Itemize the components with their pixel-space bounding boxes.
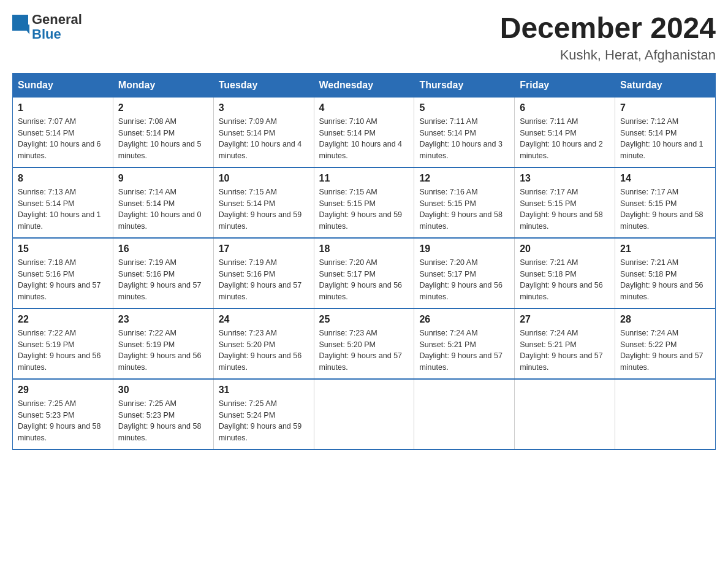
calendar-cell: 13Sunrise: 7:17 AMSunset: 5:15 PMDayligh… <box>515 167 615 238</box>
day-number: 17 <box>219 243 309 255</box>
day-number: 21 <box>620 243 710 255</box>
day-info: Sunrise: 7:20 AMSunset: 5:17 PMDaylight:… <box>419 257 509 303</box>
day-info: Sunrise: 7:10 AMSunset: 5:14 PMDaylight:… <box>319 116 409 162</box>
calendar-cell: 26Sunrise: 7:24 AMSunset: 5:21 PMDayligh… <box>414 308 515 379</box>
logo-icon <box>12 15 31 37</box>
logo-text: General Blue <box>32 12 82 42</box>
day-number: 4 <box>319 102 409 113</box>
day-info: Sunrise: 7:24 AMSunset: 5:21 PMDaylight:… <box>520 327 610 373</box>
day-number: 25 <box>319 314 409 325</box>
calendar-cell: 18Sunrise: 7:20 AMSunset: 5:17 PMDayligh… <box>314 238 414 308</box>
day-info: Sunrise: 7:23 AMSunset: 5:20 PMDaylight:… <box>219 327 309 373</box>
day-number: 14 <box>620 173 710 184</box>
calendar-cell: 23Sunrise: 7:22 AMSunset: 5:19 PMDayligh… <box>113 308 213 379</box>
calendar-cell <box>314 379 414 450</box>
day-info: Sunrise: 7:21 AMSunset: 5:18 PMDaylight:… <box>520 257 610 303</box>
calendar-week-row: 8Sunrise: 7:13 AMSunset: 5:14 PMDaylight… <box>13 167 716 238</box>
header-friday: Friday <box>515 73 615 97</box>
logo-general: General <box>32 12 82 27</box>
calendar-week-row: 22Sunrise: 7:22 AMSunset: 5:19 PMDayligh… <box>13 308 716 379</box>
calendar-week-row: 15Sunrise: 7:18 AMSunset: 5:16 PMDayligh… <box>13 238 716 308</box>
day-info: Sunrise: 7:23 AMSunset: 5:20 PMDaylight:… <box>319 327 409 373</box>
page-header: General Blue December 2024 Kushk, Herat,… <box>12 12 716 63</box>
calendar-cell: 12Sunrise: 7:16 AMSunset: 5:15 PMDayligh… <box>414 167 515 238</box>
day-number: 15 <box>18 243 108 255</box>
header-sunday: Sunday <box>13 73 113 97</box>
day-number: 29 <box>18 385 108 396</box>
day-number: 20 <box>520 243 610 255</box>
calendar-cell: 7Sunrise: 7:12 AMSunset: 5:14 PMDaylight… <box>615 97 716 167</box>
day-number: 16 <box>118 243 208 255</box>
calendar-cell: 8Sunrise: 7:13 AMSunset: 5:14 PMDaylight… <box>13 167 113 238</box>
calendar-cell: 22Sunrise: 7:22 AMSunset: 5:19 PMDayligh… <box>13 308 113 379</box>
calendar-cell: 29Sunrise: 7:25 AMSunset: 5:23 PMDayligh… <box>13 379 113 450</box>
day-number: 26 <box>419 314 509 325</box>
day-number: 24 <box>219 314 309 325</box>
day-info: Sunrise: 7:24 AMSunset: 5:22 PMDaylight:… <box>620 327 710 373</box>
day-info: Sunrise: 7:25 AMSunset: 5:23 PMDaylight:… <box>118 398 208 444</box>
day-number: 22 <box>18 314 108 325</box>
header-thursday: Thursday <box>414 73 515 97</box>
day-info: Sunrise: 7:15 AMSunset: 5:15 PMDaylight:… <box>319 186 409 232</box>
day-number: 7 <box>620 102 710 113</box>
day-info: Sunrise: 7:11 AMSunset: 5:14 PMDaylight:… <box>419 116 509 162</box>
header-saturday: Saturday <box>615 73 716 97</box>
header-wednesday: Wednesday <box>314 73 414 97</box>
title-block: December 2024 Kushk, Herat, Afghanistan <box>500 12 716 63</box>
calendar-week-row: 1Sunrise: 7:07 AMSunset: 5:14 PMDaylight… <box>13 97 716 167</box>
calendar-cell: 30Sunrise: 7:25 AMSunset: 5:23 PMDayligh… <box>113 379 213 450</box>
calendar-cell <box>515 379 615 450</box>
calendar-cell: 17Sunrise: 7:19 AMSunset: 5:16 PMDayligh… <box>213 238 314 308</box>
day-number: 2 <box>118 102 208 113</box>
calendar-cell: 4Sunrise: 7:10 AMSunset: 5:14 PMDaylight… <box>314 97 414 167</box>
day-number: 12 <box>419 173 509 184</box>
calendar-cell: 15Sunrise: 7:18 AMSunset: 5:16 PMDayligh… <box>13 238 113 308</box>
day-number: 30 <box>118 385 208 396</box>
day-info: Sunrise: 7:22 AMSunset: 5:19 PMDaylight:… <box>18 327 108 373</box>
day-info: Sunrise: 7:12 AMSunset: 5:14 PMDaylight:… <box>620 116 710 162</box>
calendar-cell: 21Sunrise: 7:21 AMSunset: 5:18 PMDayligh… <box>615 238 716 308</box>
day-info: Sunrise: 7:25 AMSunset: 5:24 PMDaylight:… <box>219 398 309 444</box>
day-number: 13 <box>520 173 610 184</box>
day-number: 5 <box>419 102 509 113</box>
calendar-table: Sunday Monday Tuesday Wednesday Thursday… <box>12 73 716 450</box>
calendar-cell <box>615 379 716 450</box>
calendar-cell: 16Sunrise: 7:19 AMSunset: 5:16 PMDayligh… <box>113 238 213 308</box>
day-number: 19 <box>419 243 509 255</box>
day-number: 18 <box>319 243 409 255</box>
calendar-cell: 6Sunrise: 7:11 AMSunset: 5:14 PMDaylight… <box>515 97 615 167</box>
day-number: 31 <box>219 385 309 396</box>
calendar-cell: 20Sunrise: 7:21 AMSunset: 5:18 PMDayligh… <box>515 238 615 308</box>
day-info: Sunrise: 7:24 AMSunset: 5:21 PMDaylight:… <box>419 327 509 373</box>
day-number: 6 <box>520 102 610 113</box>
day-info: Sunrise: 7:14 AMSunset: 5:14 PMDaylight:… <box>118 186 208 232</box>
calendar-cell: 19Sunrise: 7:20 AMSunset: 5:17 PMDayligh… <box>414 238 515 308</box>
day-number: 27 <box>520 314 610 325</box>
day-info: Sunrise: 7:22 AMSunset: 5:19 PMDaylight:… <box>118 327 208 373</box>
calendar-cell: 28Sunrise: 7:24 AMSunset: 5:22 PMDayligh… <box>615 308 716 379</box>
day-number: 23 <box>118 314 208 325</box>
header-monday: Monday <box>113 73 213 97</box>
calendar-cell: 11Sunrise: 7:15 AMSunset: 5:15 PMDayligh… <box>314 167 414 238</box>
day-info: Sunrise: 7:17 AMSunset: 5:15 PMDaylight:… <box>620 186 710 232</box>
day-info: Sunrise: 7:07 AMSunset: 5:14 PMDaylight:… <box>18 116 108 162</box>
day-info: Sunrise: 7:11 AMSunset: 5:14 PMDaylight:… <box>520 116 610 162</box>
day-info: Sunrise: 7:25 AMSunset: 5:23 PMDaylight:… <box>18 398 108 444</box>
calendar-cell: 27Sunrise: 7:24 AMSunset: 5:21 PMDayligh… <box>515 308 615 379</box>
calendar-cell: 2Sunrise: 7:08 AMSunset: 5:14 PMDaylight… <box>113 97 213 167</box>
day-info: Sunrise: 7:21 AMSunset: 5:18 PMDaylight:… <box>620 257 710 303</box>
day-number: 28 <box>620 314 710 325</box>
day-info: Sunrise: 7:17 AMSunset: 5:15 PMDaylight:… <box>520 186 610 232</box>
day-number: 10 <box>219 173 309 184</box>
calendar-cell: 3Sunrise: 7:09 AMSunset: 5:14 PMDaylight… <box>213 97 314 167</box>
day-info: Sunrise: 7:08 AMSunset: 5:14 PMDaylight:… <box>118 116 208 162</box>
logo-blue: Blue <box>32 26 61 42</box>
day-info: Sunrise: 7:15 AMSunset: 5:14 PMDaylight:… <box>219 186 309 232</box>
month-title: December 2024 <box>500 12 716 45</box>
calendar-cell: 14Sunrise: 7:17 AMSunset: 5:15 PMDayligh… <box>615 167 716 238</box>
day-number: 1 <box>18 102 108 113</box>
calendar-header-row: Sunday Monday Tuesday Wednesday Thursday… <box>13 73 716 97</box>
day-info: Sunrise: 7:19 AMSunset: 5:16 PMDaylight:… <box>219 257 309 303</box>
header-tuesday: Tuesday <box>213 73 314 97</box>
calendar-cell: 9Sunrise: 7:14 AMSunset: 5:14 PMDaylight… <box>113 167 213 238</box>
